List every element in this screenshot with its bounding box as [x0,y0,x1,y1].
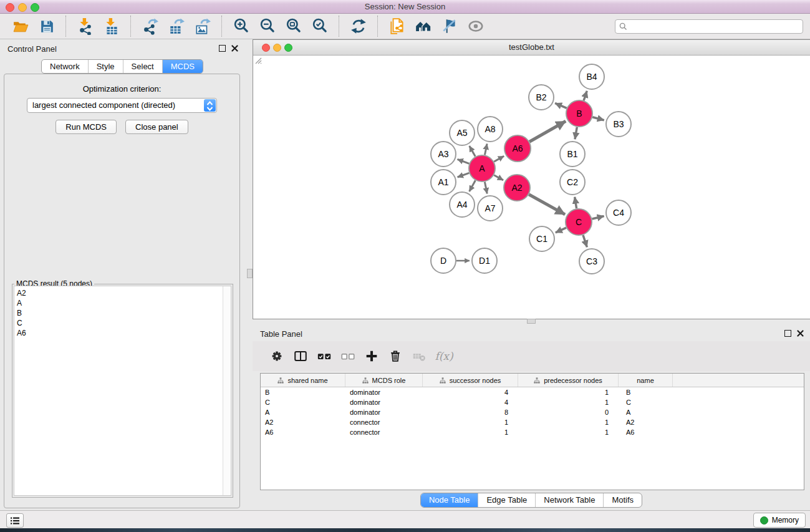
node-table[interactable]: shared name MCDS role successor nodes [260,373,804,490]
column-header-shared-name[interactable]: shared name [261,374,345,387]
graph-node-B3[interactable]: B3 [606,112,631,137]
home-view-button[interactable] [413,16,434,37]
table-cell[interactable]: 4 [423,397,518,407]
graph-edge-B-B1[interactable] [575,127,577,140]
result-scrollbar[interactable] [223,286,231,495]
table-row[interactable]: Adominator80A [261,407,804,417]
task-history-button[interactable] [6,513,24,528]
graph-node-B4[interactable]: B4 [579,64,604,89]
tab-motifs[interactable]: Motifs [603,493,642,507]
zoom-in-button[interactable] [231,16,252,37]
open-session-button[interactable] [10,16,31,37]
table-settings-button[interactable] [265,344,289,368]
graph-edge-A-A6[interactable] [494,156,504,162]
graphics-details-button[interactable] [439,16,460,37]
tab-network-table[interactable]: Network Table [535,493,603,507]
tab-select[interactable]: Select [123,60,162,73]
tab-network[interactable]: Network [42,60,88,73]
table-cell[interactable]: connector [345,417,423,427]
zoom-fit-button[interactable] [283,16,304,37]
vertical-splitter-handle[interactable] [247,269,253,278]
table-cell[interactable]: C [261,397,345,407]
graph-edge-A-A4[interactable] [470,180,476,191]
graph-edge-C-C3[interactable] [583,235,587,247]
export-table-button[interactable] [166,16,187,37]
table-cell[interactable]: B [619,387,673,397]
table-cell[interactable]: 1 [423,417,518,427]
graph-node-D1[interactable]: D1 [472,248,497,273]
graph-edge-A-A5[interactable] [470,146,476,157]
table-cell[interactable]: 1 [518,427,619,437]
graph-node-A6[interactable]: A6 [504,135,531,162]
table-cell[interactable]: 0 [518,407,619,417]
run-mcds-button[interactable]: Run MCDS [55,120,117,134]
import-table-button[interactable] [101,16,122,37]
column-header-predecessor-nodes[interactable]: predecessor nodes [518,374,619,387]
graph-edge-A-A8[interactable] [485,144,487,155]
table-cell[interactable]: 1 [518,417,619,427]
graph-node-B[interactable]: B [566,100,592,127]
table-cell[interactable]: 8 [423,407,518,417]
birds-eye-view-button[interactable] [465,16,486,37]
graph-edge-A-A3[interactable] [458,159,470,163]
refresh-button[interactable] [348,16,369,37]
horizontal-splitter-handle[interactable] [527,319,536,324]
save-session-button[interactable] [36,16,57,37]
graph-node-D[interactable]: D [431,248,456,273]
new-network-button[interactable] [387,16,408,37]
tab-style[interactable]: Style [88,60,123,73]
close-panel-icon[interactable] [231,45,238,52]
memory-button[interactable]: Memory [753,513,806,528]
table-row[interactable]: Cdominator41C [261,397,804,407]
float-panel-icon[interactable] [219,45,226,52]
table-cell[interactable]: C [619,397,673,407]
delete-column-button[interactable] [383,344,407,368]
import-network-button[interactable] [75,16,96,37]
graph-node-A[interactable]: A [469,155,495,181]
graph-edge-A-A7[interactable] [485,182,487,194]
table-cell[interactable]: dominator [345,407,423,417]
table-cell[interactable]: 1 [518,387,619,397]
graph-edge-C-C2[interactable] [575,197,577,209]
graph-node-B2[interactable]: B2 [529,85,554,110]
table-row[interactable]: Bdominator41B [261,387,804,397]
graph-edge-B-B2[interactable] [555,103,567,108]
float-panel-icon[interactable] [784,330,791,337]
search-input[interactable] [630,22,803,32]
network-canvas[interactable]: AA1A2A3A4A5A6A7A8BB1B2B3B4CC1C2C3C4DD1 [253,56,810,319]
show-columns-button[interactable] [289,344,312,368]
dropdown-stepper-icon[interactable] [204,99,216,112]
table-cell[interactable]: A [619,407,673,417]
select-all-button[interactable] [312,344,336,368]
table-cell[interactable]: A [261,407,345,417]
graph-node-A7[interactable]: A7 [478,196,503,221]
graph-node-C4[interactable]: C4 [606,200,631,225]
graph-edge-C-C4[interactable] [592,216,604,220]
network-graph[interactable]: AA1A2A3A4A5A6A7A8BB1B2B3B4CC1C2C3C4DD1 [253,56,810,319]
table-cell[interactable]: dominator [345,387,423,397]
mcds-result-item[interactable]: A6 [17,328,231,338]
zoom-selected-button[interactable] [309,16,330,37]
table-cell[interactable]: dominator [345,397,423,407]
graph-edge-A6-B[interactable] [529,121,566,142]
table-cell[interactable]: 4 [423,387,518,397]
graph-node-A2[interactable]: A2 [504,175,530,201]
table-cell[interactable]: A6 [619,427,673,437]
table-cell[interactable]: B [261,387,345,397]
export-network-button[interactable] [140,16,161,37]
graph-node-B1[interactable]: B1 [560,142,585,167]
mcds-result-item[interactable]: A2 [17,288,231,298]
table-cell[interactable]: 1 [423,427,518,437]
table-cell[interactable]: A6 [261,427,345,437]
graph-edge-A2-C[interactable] [529,195,565,215]
resize-grip-icon[interactable] [253,56,262,64]
close-panel-icon[interactable] [797,330,804,337]
mcds-result-list[interactable]: A2ABCA6 [14,286,231,496]
table-cell[interactable]: A2 [261,417,345,427]
graph-node-C[interactable]: C [566,209,592,235]
export-image-button[interactable] [192,16,213,37]
graph-edge-A-A1[interactable] [458,173,470,177]
tab-node-table[interactable]: Node Table [421,493,478,507]
graph-edge-A-A2[interactable] [494,175,503,180]
table-row[interactable]: A6connector11A6 [261,427,804,437]
